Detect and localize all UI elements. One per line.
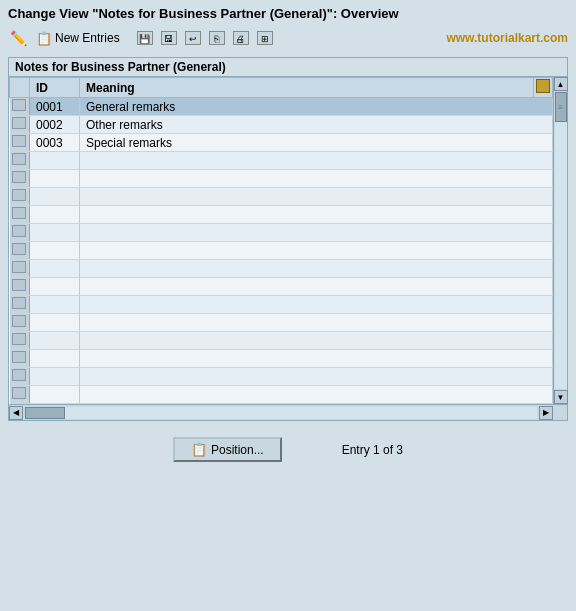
table-row-empty bbox=[10, 224, 553, 242]
row-selector-box bbox=[12, 243, 26, 255]
scroll-up-btn[interactable]: ▲ bbox=[554, 77, 568, 91]
back-icon-btn[interactable]: ↩ bbox=[183, 30, 203, 46]
cell-meaning-empty bbox=[80, 206, 553, 224]
toolbar: ✏️ 📋 New Entries 💾 🖫 ↩ ⎘ 🖨 ⊞ www.tutoria… bbox=[0, 25, 576, 51]
cell-id-empty bbox=[30, 152, 80, 170]
pencil-icon: ✏️ bbox=[10, 30, 27, 46]
row-selector-cell-empty[interactable] bbox=[10, 188, 30, 206]
position-button[interactable]: 📋 Position... bbox=[173, 437, 282, 462]
row-selector-cell-empty[interactable] bbox=[10, 332, 30, 350]
scrollbar-track[interactable]: ≡ bbox=[555, 92, 567, 389]
cell-meaning-empty bbox=[80, 260, 553, 278]
row-selector-box bbox=[12, 135, 26, 147]
table-row[interactable]: 0003Special remarks bbox=[10, 134, 553, 152]
row-selector-cell-empty[interactable] bbox=[10, 368, 30, 386]
cell-meaning-empty bbox=[80, 242, 553, 260]
new-entries-button[interactable]: 📋 New Entries bbox=[33, 30, 123, 47]
misc-icon-btn[interactable]: ⊞ bbox=[255, 30, 275, 46]
row-selector-box bbox=[12, 225, 26, 237]
col-select-icon-header[interactable] bbox=[534, 78, 553, 98]
row-selector-cell-empty[interactable] bbox=[10, 386, 30, 404]
title-bar: Change View "Notes for Business Partner … bbox=[0, 0, 576, 25]
misc-icon: ⊞ bbox=[257, 31, 273, 45]
save-icon: 💾 bbox=[137, 31, 153, 45]
row-selector-cell-empty[interactable] bbox=[10, 278, 30, 296]
row-selector-cell-empty[interactable] bbox=[10, 242, 30, 260]
table-row-empty bbox=[10, 260, 553, 278]
row-selector-cell-empty[interactable] bbox=[10, 152, 30, 170]
cell-meaning-empty bbox=[80, 368, 553, 386]
row-selector-cell-empty[interactable] bbox=[10, 314, 30, 332]
cell-id-empty bbox=[30, 188, 80, 206]
save2-icon-btn[interactable]: 🖫 bbox=[159, 30, 179, 46]
cell-id-empty bbox=[30, 260, 80, 278]
cell-id-empty bbox=[30, 278, 80, 296]
table-row-empty bbox=[10, 152, 553, 170]
cell-id-empty bbox=[30, 170, 80, 188]
row-selector-cell-empty[interactable] bbox=[10, 224, 30, 242]
row-selector-box bbox=[12, 369, 26, 381]
h-scrollbar-track[interactable] bbox=[25, 407, 537, 419]
cell-meaning: Special remarks bbox=[80, 134, 553, 152]
print-icon: 🖨 bbox=[233, 31, 249, 45]
cell-meaning-empty bbox=[80, 278, 553, 296]
scrollbar-thumb[interactable]: ≡ bbox=[555, 92, 567, 122]
table-row-empty bbox=[10, 386, 553, 404]
col-row-selector-header bbox=[10, 78, 30, 98]
row-selector-cell-empty[interactable] bbox=[10, 206, 30, 224]
scroll-left-btn[interactable]: ◀ bbox=[9, 406, 23, 420]
row-selector-box bbox=[12, 351, 26, 363]
row-selector-box bbox=[12, 315, 26, 327]
cell-id-empty bbox=[30, 242, 80, 260]
column-select-icon[interactable] bbox=[536, 79, 550, 93]
row-selector-box bbox=[12, 207, 26, 219]
cell-meaning-empty bbox=[80, 152, 553, 170]
cell-id-empty bbox=[30, 314, 80, 332]
table-row-empty bbox=[10, 206, 553, 224]
h-scrollbar-thumb[interactable] bbox=[25, 407, 65, 419]
scroll-down-btn[interactable]: ▼ bbox=[554, 390, 568, 404]
table-body: 0001General remarks0002Other remarks0003… bbox=[10, 98, 553, 404]
table-row-empty bbox=[10, 332, 553, 350]
row-selector-cell[interactable] bbox=[10, 116, 30, 134]
col-meaning-header: Meaning bbox=[80, 78, 534, 98]
cell-id: 0001 bbox=[30, 98, 80, 116]
row-selector-cell-empty[interactable] bbox=[10, 170, 30, 188]
save-icon-btn[interactable]: 💾 bbox=[135, 30, 155, 46]
row-selector-cell-empty[interactable] bbox=[10, 260, 30, 278]
cell-id-empty bbox=[30, 206, 80, 224]
position-label: Position... bbox=[211, 443, 264, 457]
scroll-right-btn[interactable]: ▶ bbox=[539, 406, 553, 420]
table-row-empty bbox=[10, 242, 553, 260]
row-selector-cell-empty[interactable] bbox=[10, 296, 30, 314]
back-icon: ↩ bbox=[185, 31, 201, 45]
table-row-empty bbox=[10, 188, 553, 206]
table-row[interactable]: 0001General remarks bbox=[10, 98, 553, 116]
table-row[interactable]: 0002Other remarks bbox=[10, 116, 553, 134]
cell-id-empty bbox=[30, 368, 80, 386]
row-selector-cell[interactable] bbox=[10, 134, 30, 152]
table-row-empty bbox=[10, 170, 553, 188]
watermark-text: www.tutorialkart.com bbox=[446, 31, 568, 45]
table-row-empty bbox=[10, 368, 553, 386]
table-panel: Notes for Business Partner (General) ID … bbox=[8, 57, 568, 421]
position-icon: 📋 bbox=[191, 442, 207, 457]
edit-icon-btn[interactable]: ✏️ bbox=[8, 29, 29, 47]
cell-meaning-empty bbox=[80, 314, 553, 332]
row-selector-cell-empty[interactable] bbox=[10, 350, 30, 368]
copy-icon: ⎘ bbox=[209, 31, 225, 45]
row-selector-box bbox=[12, 333, 26, 345]
cell-id: 0002 bbox=[30, 116, 80, 134]
row-selector-box bbox=[12, 279, 26, 291]
cell-meaning-empty bbox=[80, 332, 553, 350]
vertical-scrollbar[interactable]: ▲ ≡ ▼ bbox=[553, 77, 567, 404]
cell-meaning-empty bbox=[80, 296, 553, 314]
row-selector-box bbox=[12, 153, 26, 165]
print-icon-btn[interactable]: 🖨 bbox=[231, 30, 251, 46]
entry-count: Entry 1 of 3 bbox=[342, 443, 403, 457]
horizontal-scrollbar[interactable]: ◀ ▶ bbox=[9, 404, 567, 420]
row-selector-box bbox=[12, 99, 26, 111]
copy-icon-btn[interactable]: ⎘ bbox=[207, 30, 227, 46]
row-selector-cell[interactable] bbox=[10, 98, 30, 116]
cell-id-empty bbox=[30, 296, 80, 314]
